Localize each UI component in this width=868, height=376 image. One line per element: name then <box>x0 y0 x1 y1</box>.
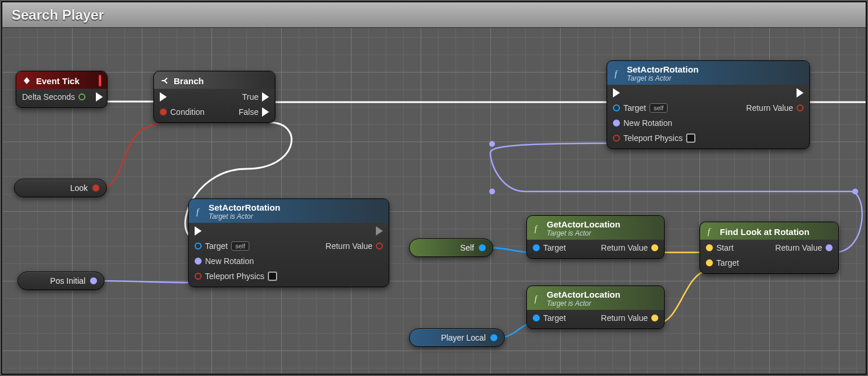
input-target[interactable]: Target <box>533 313 566 323</box>
input-target[interactable]: Target <box>533 243 566 252</box>
pin-object-icon <box>613 104 620 111</box>
self-chip: self <box>231 241 249 251</box>
pin-vector-icon <box>651 244 658 251</box>
var-look[interactable]: Look <box>14 179 107 197</box>
checkbox[interactable] <box>268 272 277 281</box>
node-title: Branch <box>174 76 204 86</box>
node-subtitle: Target is Actor <box>547 229 620 237</box>
var-self[interactable]: Self <box>409 238 493 257</box>
pin-rotator-icon <box>826 244 833 251</box>
exec-out[interactable] <box>376 226 383 236</box>
input-target[interactable]: Target <box>706 258 739 267</box>
exec-arrow-icon <box>195 226 202 236</box>
output-return-value[interactable]: Return Value <box>746 103 804 113</box>
event-icon <box>22 76 31 85</box>
input-condition[interactable]: Condition <box>160 107 205 117</box>
pin-rotator-icon <box>195 258 202 265</box>
exec-arrow-icon <box>262 107 269 117</box>
output-return-value[interactable]: Return Value <box>325 241 383 251</box>
pin-bool-icon <box>92 185 99 191</box>
function-icon: f <box>195 207 204 216</box>
node-title: GetActorLocation <box>547 219 620 229</box>
svg-point-1 <box>489 189 495 194</box>
node-set-actor-rotation-top[interactable]: f SetActorRotation Target is Actor Targe… <box>607 60 810 149</box>
svg-text:f: f <box>196 208 200 216</box>
svg-text:f: f <box>615 70 618 78</box>
node-event-tick[interactable]: Event Tick Delta Seconds <box>16 71 107 108</box>
pin-float-icon <box>78 93 85 100</box>
node-title: SetActorRotation <box>209 203 280 212</box>
input-new-rotation[interactable]: New Rotation <box>195 256 277 266</box>
exec-out-false[interactable]: False <box>239 107 269 117</box>
input-start[interactable]: Start <box>706 243 739 252</box>
output-delta-seconds[interactable]: Delta Seconds <box>22 92 85 102</box>
exec-out[interactable] <box>96 92 103 102</box>
function-icon: f <box>533 294 542 303</box>
delegate-pin[interactable] <box>99 75 101 86</box>
function-icon: f <box>613 69 622 78</box>
node-find-look-at-rotation[interactable]: f Find Look at Rotation Start Target Ret… <box>700 222 839 274</box>
svg-text:f: f <box>535 225 538 233</box>
exec-arrow-icon <box>262 92 269 102</box>
svg-point-2 <box>852 189 858 194</box>
input-teleport-physics[interactable]: Teleport Physics <box>613 133 695 143</box>
pin-vector-icon <box>651 314 658 321</box>
function-icon: f <box>533 224 542 233</box>
exec-out[interactable] <box>797 88 804 97</box>
self-chip: self <box>650 103 668 113</box>
exec-arrow-icon <box>160 92 167 102</box>
pin-bool-icon <box>797 104 804 111</box>
exec-arrow-icon <box>376 226 383 236</box>
pin-object-icon <box>490 334 497 341</box>
exec-in[interactable] <box>613 88 695 97</box>
node-title: SetActorRotation <box>627 64 698 74</box>
exec-arrow-icon <box>797 88 804 97</box>
branch-icon <box>160 76 169 85</box>
exec-in[interactable] <box>195 226 277 236</box>
node-subtitle: Target is Actor <box>627 74 698 82</box>
node-title: Find Look at Rotation <box>720 227 809 237</box>
pin-vector-icon <box>706 259 713 266</box>
node-subtitle: Target is Actor <box>547 299 620 308</box>
exec-out-true[interactable]: True <box>242 92 269 102</box>
exec-arrow-icon <box>96 92 103 102</box>
input-teleport-physics[interactable]: Teleport Physics <box>195 272 277 281</box>
pin-bool-icon <box>195 273 202 280</box>
input-target[interactable]: Target self <box>195 241 277 251</box>
svg-text:f: f <box>708 227 711 236</box>
pin-object-icon <box>195 243 202 250</box>
var-pos-initial[interactable]: Pos Initial <box>17 272 105 290</box>
pin-bool-icon <box>160 109 167 115</box>
output-return-value[interactable]: Return Value <box>775 243 833 252</box>
node-subtitle: Target is Actor <box>209 212 280 220</box>
node-get-actor-location-player[interactable]: f GetActorLocation Target is Actor Targe… <box>526 285 665 329</box>
svg-point-0 <box>489 141 495 147</box>
input-new-rotation[interactable]: New Rotation <box>613 118 695 128</box>
pin-object-icon <box>479 244 486 251</box>
pin-object-icon <box>533 314 540 321</box>
node-branch[interactable]: Branch Condition True False <box>153 71 275 123</box>
function-icon: f <box>706 227 715 236</box>
pin-bool-icon <box>613 135 620 142</box>
svg-text:f: f <box>535 295 538 303</box>
pin-vector-icon <box>706 244 713 251</box>
node-set-actor-rotation-mid[interactable]: f SetActorRotation Target is Actor Targe… <box>188 198 389 287</box>
node-title: Event Tick <box>36 76 80 86</box>
pin-rotator-icon <box>90 277 97 284</box>
input-target[interactable]: Target self <box>613 103 695 113</box>
panel-title: Search Player <box>2 2 866 28</box>
node-title: GetActorLocation <box>547 290 620 299</box>
node-get-actor-location-self[interactable]: f GetActorLocation Target is Actor Targe… <box>526 215 665 259</box>
var-player-local[interactable]: Player Local <box>409 328 505 347</box>
exec-in[interactable] <box>160 92 205 102</box>
checkbox[interactable] <box>686 133 695 143</box>
pin-object-icon <box>533 244 540 251</box>
exec-arrow-icon <box>613 88 620 97</box>
pin-bool-icon <box>376 243 383 250</box>
pin-rotator-icon <box>613 120 620 126</box>
wire-layer <box>2 2 866 374</box>
output-return-value[interactable]: Return Value <box>601 243 658 252</box>
output-return-value[interactable]: Return Value <box>601 313 658 323</box>
